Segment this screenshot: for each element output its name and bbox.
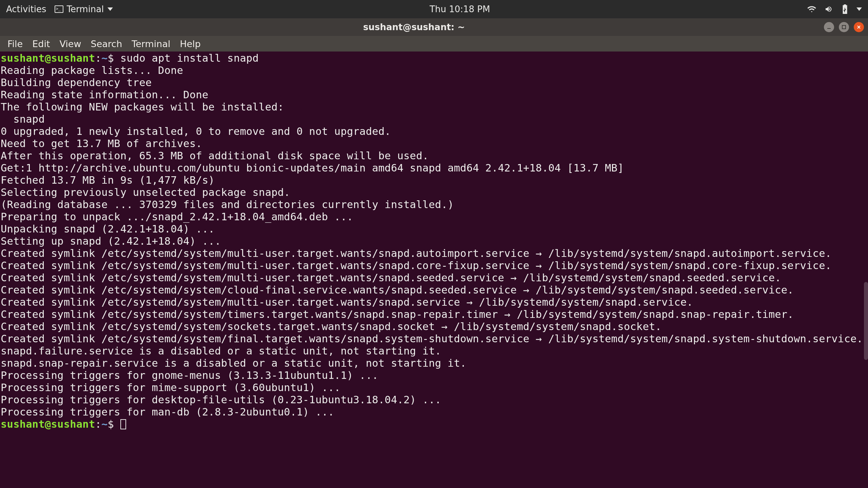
menu-bar: File Edit View Search Terminal Help: [0, 36, 868, 52]
terminal-viewport[interactable]: sushant@sushant:~$ sudo apt install snap…: [0, 52, 868, 488]
menu-edit[interactable]: Edit: [27, 37, 55, 50]
menu-terminal[interactable]: Terminal: [127, 37, 175, 50]
terminal-output: Reading package lists... Done Building d…: [1, 64, 867, 418]
prompt-sigil: $: [108, 52, 120, 64]
volume-icon[interactable]: [824, 5, 833, 13]
maximize-button[interactable]: [839, 22, 849, 32]
prompt-path: ~: [101, 52, 108, 64]
scrollbar-thumb[interactable]: [864, 282, 868, 360]
svg-rect-1: [842, 25, 846, 29]
window-title: sushant@sushant: ~: [4, 22, 824, 32]
terminal-icon: [55, 5, 63, 13]
menu-help[interactable]: Help: [175, 37, 205, 50]
chevron-down-icon: [107, 7, 113, 11]
prompt-sigil: $: [108, 418, 120, 430]
gnome-top-panel: Activities Terminal Thu 10:18 PM: [0, 0, 868, 18]
prompt-sep: :: [95, 418, 101, 430]
menu-search[interactable]: Search: [86, 37, 127, 50]
battery-icon[interactable]: [841, 4, 849, 14]
terminal-cursor: [120, 419, 126, 429]
chevron-down-icon[interactable]: [856, 7, 862, 11]
prompt-sep: :: [95, 52, 101, 64]
prompt-path: ~: [101, 418, 108, 430]
menu-view[interactable]: View: [55, 37, 86, 50]
prompt-user-host: sushant@sushant: [1, 52, 95, 64]
prompt-user-host: sushant@sushant: [1, 418, 95, 430]
app-menu-label: Terminal: [67, 4, 104, 14]
close-button[interactable]: [854, 22, 864, 32]
menu-file[interactable]: File: [3, 37, 27, 50]
minimize-button[interactable]: [824, 22, 834, 32]
entered-command: sudo apt install snapd: [120, 52, 259, 64]
wifi-icon[interactable]: [807, 5, 816, 13]
svg-rect-0: [827, 28, 831, 29]
window-title-bar: sushant@sushant: ~: [0, 18, 868, 36]
app-menu[interactable]: Terminal: [55, 4, 113, 14]
activities-button[interactable]: Activities: [6, 4, 46, 14]
panel-clock[interactable]: Thu 10:18 PM: [113, 4, 807, 14]
